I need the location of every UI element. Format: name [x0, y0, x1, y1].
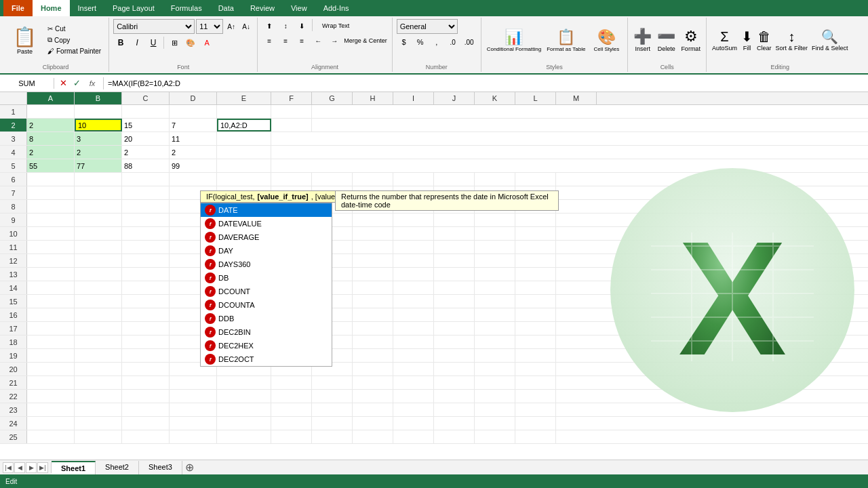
insert-button[interactable]: ➕ Insert [632, 26, 653, 54]
first-sheet-button[interactable]: |◀ [3, 462, 14, 473]
delete-button[interactable]: ➖ Delete [656, 26, 677, 54]
col-header-k[interactable]: K [475, 92, 515, 104]
merge-center-button[interactable]: Merge & Center [343, 34, 388, 47]
cell-e4[interactable] [217, 146, 271, 159]
fill-button[interactable]: ⬇ Fill [740, 27, 754, 53]
cell-b4[interactable]: 2 [75, 146, 122, 159]
decrease-decimal-button[interactable]: .0 [446, 35, 460, 49]
cell-a1[interactable] [27, 105, 75, 118]
cell-c4[interactable]: 2 [122, 146, 170, 159]
border-button[interactable]: ⊞ [167, 35, 182, 50]
cell-e1[interactable] [217, 105, 271, 118]
cell-d2[interactable]: 7 [170, 119, 217, 131]
autocomplete-item-dcounta[interactable]: f DCOUNTA [201, 298, 332, 312]
col-header-c[interactable]: C [122, 92, 170, 104]
cell-c2[interactable]: 15 [122, 119, 170, 131]
col-header-d[interactable]: D [170, 92, 217, 104]
tab-data[interactable]: Data [210, 0, 242, 16]
cell-c3[interactable]: 20 [122, 132, 170, 145]
increase-font-button[interactable]: A↑ [224, 20, 238, 33]
cell-d1[interactable] [170, 105, 217, 118]
bold-button[interactable]: B [113, 35, 128, 50]
align-middle-button[interactable]: ↕ [278, 19, 293, 33]
format-painter-button[interactable]: 🖌 Format Painter [44, 46, 104, 56]
align-right-button[interactable]: ≡ [294, 34, 309, 47]
clear-button[interactable]: 🗑 Clear [755, 28, 773, 53]
insert-function-button[interactable]: fx [84, 77, 100, 89]
col-header-j[interactable]: J [434, 92, 475, 104]
autocomplete-item-days360[interactable]: f DAYS360 [201, 258, 332, 271]
col-header-i[interactable]: I [393, 92, 434, 104]
cell-c1[interactable] [122, 105, 170, 118]
autocomplete-item-dcount[interactable]: f DCOUNT [201, 285, 332, 298]
fill-color-button[interactable]: 🎨 [183, 35, 198, 50]
number-format-select[interactable]: General [397, 19, 458, 34]
prev-sheet-button[interactable]: ◀ [14, 462, 25, 473]
currency-button[interactable]: $ [397, 35, 412, 49]
autocomplete-item-ddb[interactable]: f DDB [201, 312, 332, 325]
col-header-m[interactable]: M [556, 92, 597, 104]
increase-indent-button[interactable]: → [327, 34, 342, 47]
sheet-tab-sheet2[interactable]: Sheet2 [96, 461, 139, 474]
col-header-h[interactable]: H [353, 92, 393, 104]
tab-review[interactable]: Review [242, 0, 283, 16]
italic-button[interactable]: I [130, 35, 144, 50]
new-sheet-button[interactable]: ⊕ [182, 460, 197, 475]
font-color-button[interactable]: A [199, 35, 214, 50]
cell-f1[interactable] [271, 105, 312, 118]
cell-e2[interactable]: 10,A2:D [217, 119, 271, 131]
format-table-button[interactable]: 📋 Format as Table [545, 27, 587, 54]
col-header-g[interactable]: G [312, 92, 353, 104]
tab-view[interactable]: View [283, 0, 315, 16]
col-header-a[interactable]: A [27, 92, 75, 104]
sheet-tab-sheet3[interactable]: Sheet3 [139, 461, 182, 474]
col-header-f[interactable]: F [271, 92, 312, 104]
tab-formulas[interactable]: Formulas [163, 0, 210, 16]
percent-button[interactable]: % [413, 35, 428, 49]
cell-e5[interactable] [217, 159, 271, 172]
cell-styles-button[interactable]: 🎨 Cell Styles [589, 27, 623, 54]
cell-d4[interactable]: 2 [170, 146, 217, 159]
autocomplete-item-daverage[interactable]: f DAVERAGE [201, 230, 332, 244]
tab-insert[interactable]: Insert [70, 0, 105, 16]
cancel-formula-button[interactable]: ✕ [57, 77, 69, 89]
font-size-select[interactable]: 11 [196, 19, 223, 34]
tab-page-layout[interactable]: Page Layout [104, 0, 163, 16]
formula-input[interactable] [104, 78, 868, 89]
next-sheet-button[interactable]: ▶ [26, 462, 37, 473]
tab-home[interactable]: Home [33, 0, 70, 16]
sort-filter-button[interactable]: ↕ Sort & Filter [774, 28, 809, 53]
cell-d3[interactable]: 11 [170, 132, 217, 145]
cell-b1[interactable] [75, 105, 122, 118]
cell-e3[interactable] [217, 132, 271, 145]
format-button[interactable]: ⚙ Format [679, 26, 702, 54]
confirm-formula-button[interactable]: ✓ [71, 77, 83, 89]
autocomplete-item-datevalue[interactable]: f DATEVALUE [201, 217, 332, 230]
tab-file[interactable]: File [3, 0, 33, 16]
decrease-indent-button[interactable]: ← [311, 34, 326, 47]
align-bottom-button[interactable]: ⬇ [294, 19, 309, 33]
col-header-e[interactable]: E [217, 92, 271, 104]
autocomplete-item-day[interactable]: f DAY [201, 244, 332, 258]
comma-button[interactable]: , [429, 35, 444, 49]
paste-button[interactable]: 📋 Paste [7, 19, 43, 61]
cell-a2[interactable]: 2 [27, 119, 75, 131]
align-left-button[interactable]: ≡ [262, 34, 277, 47]
autocomplete-item-date[interactable]: f DATE [201, 203, 332, 217]
cut-button[interactable]: ✂ Cut [44, 24, 104, 34]
font-name-select[interactable]: Calibri [113, 19, 195, 34]
col-header-l[interactable]: L [515, 92, 556, 104]
cell-a4[interactable]: 2 [27, 146, 75, 159]
decrease-font-button[interactable]: A↓ [239, 20, 253, 33]
cell-b5[interactable]: 77 [75, 159, 122, 172]
cell-a5[interactable]: 55 [27, 159, 75, 172]
cell-c5[interactable]: 88 [122, 159, 170, 172]
wrap-text-button[interactable]: Wrap Text [315, 19, 356, 33]
autocomplete-item-db[interactable]: f DB [201, 271, 332, 285]
col-header-b[interactable]: B [75, 92, 122, 104]
name-box[interactable]: SUM [0, 78, 54, 89]
underline-button[interactable]: U [146, 35, 161, 50]
cell-d5[interactable]: 99 [170, 159, 217, 172]
copy-button[interactable]: ⧉ Copy [44, 35, 104, 45]
increase-decimal-button[interactable]: .00 [462, 35, 477, 49]
